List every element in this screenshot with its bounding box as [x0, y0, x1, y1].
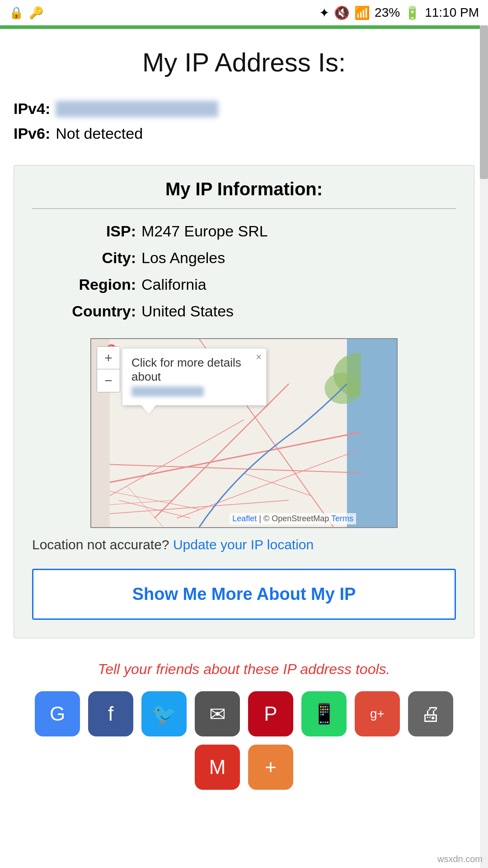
- map-popup[interactable]: × Click for more details about: [122, 348, 267, 406]
- battery-icon: 🔋: [404, 5, 420, 20]
- location-note: Location not accurate? Update your IP lo…: [32, 537, 456, 552]
- ipv4-label: IPv4:: [14, 100, 50, 118]
- country-row: Country: United States: [46, 302, 456, 320]
- share-gmail-button[interactable]: M: [195, 745, 240, 790]
- ipv4-row: IPv4:: [14, 100, 474, 118]
- osm-text: | © OpenStreetMap: [259, 514, 329, 523]
- city-label: City:: [46, 249, 136, 267]
- share-print-button[interactable]: 🖨: [408, 691, 453, 736]
- map-attribution: Leaflet | © OpenStreetMap Terms: [230, 513, 356, 524]
- popup-arrow: [141, 404, 157, 414]
- update-location-link[interactable]: Update your IP location: [173, 537, 314, 552]
- city-value: Los Angeles: [141, 249, 225, 267]
- ipv4-value-blurred: [56, 101, 218, 117]
- info-table: ISP: M247 Europe SRL City: Los Angeles R…: [46, 222, 456, 320]
- isp-row: ISP: M247 Europe SRL: [46, 222, 456, 240]
- lock-icon: 🔒: [9, 6, 23, 20]
- info-divider: [32, 208, 456, 209]
- bluetooth-icon: ✦: [319, 5, 329, 20]
- popup-close-icon[interactable]: ×: [256, 351, 262, 363]
- time-display: 11:10 PM: [425, 5, 479, 20]
- share-facebook-button[interactable]: f: [88, 691, 133, 736]
- popup-ip-blurred: [131, 387, 204, 396]
- scrollbar-track[interactable]: [480, 25, 488, 868]
- show-more-button[interactable]: Show Me More About My IP: [32, 569, 456, 620]
- mute-icon: 🔇: [334, 5, 350, 20]
- status-left-icons: 🔒 🔑: [9, 6, 43, 20]
- status-right-icons: ✦ 🔇 📶 23% 🔋 11:10 PM: [319, 5, 479, 20]
- scrollbar-thumb[interactable]: [480, 25, 488, 179]
- zoom-out-button[interactable]: −: [97, 369, 120, 392]
- footer-section: Tell your friends about these IP address…: [0, 647, 488, 799]
- share-google-button[interactable]: G: [35, 691, 80, 736]
- main-content: My IP Address Is: IPv4: IPv6: Not detect…: [0, 29, 488, 647]
- footer-tagline: Tell your friends about these IP address…: [9, 661, 479, 678]
- ipv6-row: IPv6: Not detected: [14, 125, 474, 142]
- ipv6-label: IPv6:: [14, 125, 50, 142]
- share-buttons: G f 🐦 ✉ P 📱 g+ 🖨 M +: [9, 691, 479, 790]
- leaflet-link[interactable]: Leaflet: [232, 514, 257, 523]
- share-whatsapp-button[interactable]: 📱: [301, 691, 347, 736]
- ip-info-box: My IP Information: ISP: M247 Europe SRL …: [14, 165, 474, 638]
- region-label: Region:: [46, 276, 136, 293]
- page-title: My IP Address Is:: [14, 47, 474, 77]
- location-note-text: Location not accurate?: [32, 537, 169, 552]
- key-icon: 🔑: [29, 6, 43, 20]
- share-gplus-button[interactable]: g+: [355, 691, 400, 736]
- region-value: California: [141, 276, 206, 293]
- battery-percent: 23%: [375, 5, 400, 20]
- map-ocean: [361, 339, 397, 527]
- info-box-title: My IP Information:: [32, 179, 456, 199]
- country-label: Country:: [46, 302, 136, 320]
- zoom-in-button[interactable]: +: [97, 347, 120, 369]
- map-container[interactable]: 📍 + − × Click for more details about Lea…: [90, 338, 398, 528]
- popup-text: Click for more details about: [131, 356, 241, 383]
- country-value: United States: [141, 302, 234, 320]
- terms-link[interactable]: Terms: [331, 514, 353, 523]
- isp-value: M247 Europe SRL: [141, 222, 268, 240]
- share-email-button[interactable]: ✉: [195, 691, 240, 736]
- status-bar: 🔒 🔑 ✦ 🔇 📶 23% 🔋 11:10 PM: [0, 0, 488, 25]
- green-accent-bar: [0, 25, 488, 29]
- ipv6-value: Not detected: [56, 125, 143, 142]
- share-more-button[interactable]: +: [248, 745, 293, 790]
- share-twitter-button[interactable]: 🐦: [141, 691, 187, 736]
- watermark: wsxdn.com: [437, 854, 483, 864]
- zoom-controls[interactable]: + −: [97, 346, 120, 392]
- isp-label: ISP:: [46, 222, 136, 240]
- wifi-icon: 📶: [354, 5, 370, 20]
- city-row: City: Los Angeles: [46, 249, 456, 267]
- region-row: Region: California: [46, 276, 456, 293]
- share-pinterest-button[interactable]: P: [248, 691, 293, 736]
